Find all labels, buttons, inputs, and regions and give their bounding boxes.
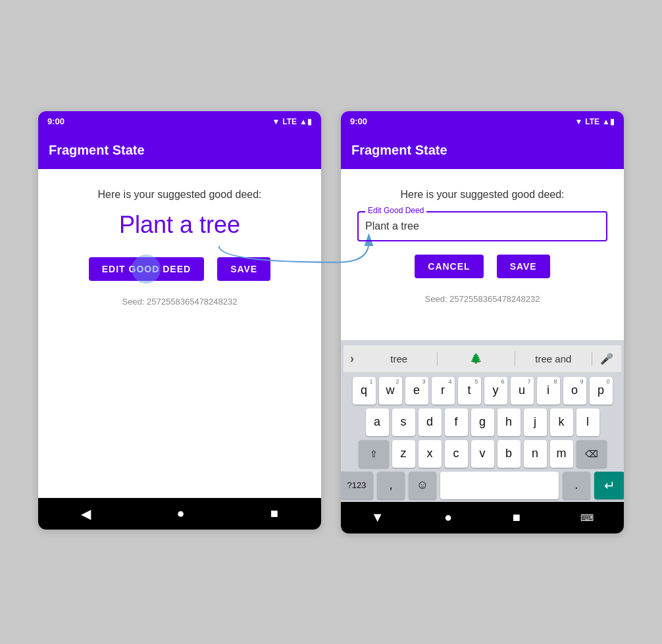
save-button-right[interactable]: SAVE — [497, 255, 550, 278]
button-row-left: EDIT GOOD DEED SAVE — [89, 257, 270, 281]
cancel-button[interactable]: CANCEL — [415, 255, 483, 278]
left-phone: 9:00 ▼ LTE ▲▮ Fragment State Here is you… — [38, 111, 321, 530]
key-h[interactable]: h — [497, 409, 521, 436]
status-icons-left: ▼ LTE ▲▮ — [272, 117, 312, 126]
key-e[interactable]: 3e — [405, 377, 428, 405]
nav-bar-left: ◀ ● ■ — [38, 498, 321, 530]
status-bar-left: 9:00 ▼ LTE ▲▮ — [38, 111, 321, 132]
save-button-left[interactable]: SAVE — [217, 257, 270, 281]
app-title-right: Fragment State — [351, 143, 447, 158]
bars-icon-left: ▲▮ — [299, 117, 312, 126]
content-right: Here is your suggested good deed: Edit G… — [341, 169, 624, 340]
edit-field-wrapper: Edit Good Deed — [357, 211, 607, 241]
key-row-3: ⇧ z x c v b n m ⌫ — [346, 440, 619, 468]
key-f[interactable]: f — [445, 409, 468, 436]
key-t[interactable]: 5t — [458, 377, 481, 405]
keyboard-rows: 1q 2w 3e 4r 5t 6y 7u 8i 9o 0p a s d f — [344, 377, 621, 499]
content-left: Here is your suggested good deed: Plant … — [38, 169, 321, 498]
key-u[interactable]: 7u — [511, 377, 534, 405]
home-nav-left[interactable]: ● — [176, 506, 184, 521]
home-nav-right[interactable]: ● — [444, 510, 452, 525]
suggest-word-1[interactable]: tree — [361, 352, 438, 366]
signal-icon-right: ▼ — [574, 117, 582, 126]
edit-good-deed-input[interactable] — [359, 212, 606, 240]
key-k[interactable]: k — [550, 409, 573, 436]
seed-label-left: Seed: 2572558365478248232 — [122, 297, 238, 307]
key-x[interactable]: x — [419, 440, 442, 468]
key-r[interactable]: 4r — [432, 377, 455, 405]
app-bar-left: Fragment State — [38, 132, 321, 169]
lte-label-right: LTE — [585, 117, 599, 126]
suggestion-label-right: Here is your suggested good deed: — [400, 189, 564, 201]
comma-key[interactable]: , — [377, 472, 405, 499]
key-s[interactable]: s — [392, 409, 415, 436]
nav-bar-right: ▼ ● ■ ⌨ — [341, 502, 624, 533]
bars-icon-right: ▲▮ — [602, 117, 615, 126]
key-o[interactable]: 9o — [563, 377, 586, 405]
key-m[interactable]: m — [550, 440, 573, 468]
button-row-right: CANCEL SAVE — [415, 255, 549, 278]
key-b[interactable]: b — [497, 440, 521, 468]
back-nav-left[interactable]: ◀ — [81, 506, 91, 522]
key-d[interactable]: d — [419, 409, 442, 436]
suggest-word-3[interactable]: tree and — [515, 352, 592, 366]
lte-label-left: LTE — [282, 117, 297, 126]
key-w[interactable]: 2w — [379, 377, 402, 405]
key-a[interactable]: a — [366, 409, 389, 436]
status-icons-right: ▼ LTE ▲▮ — [574, 117, 615, 126]
status-time-right: 9:00 — [350, 116, 367, 126]
key-i[interactable]: 8i — [537, 377, 560, 405]
suggest-word-2[interactable]: 🌲 — [438, 351, 515, 366]
app-title-left: Fragment State — [49, 143, 145, 158]
key-row-4: ?123 , ☺ . ↵ — [346, 472, 619, 499]
edit-field-label: Edit Good Deed — [365, 206, 426, 215]
key-j[interactable]: j — [524, 409, 547, 436]
keyboard-area: › tree 🌲 tree and 🎤 1q 2w 3e 4r 5t 6y 7u… — [341, 340, 624, 502]
key-q[interactable]: 1q — [353, 377, 376, 405]
microphone-icon[interactable]: 🎤 — [592, 350, 621, 368]
status-time-left: 9:00 — [47, 116, 64, 126]
seed-label-right: Seed: 2572558365478248232 — [425, 294, 540, 304]
dot-key[interactable]: . — [563, 472, 590, 499]
phones-container: 9:00 ▼ LTE ▲▮ Fragment State Here is you… — [38, 111, 624, 533]
status-bar-right: 9:00 ▼ LTE ▲▮ — [341, 111, 624, 132]
suggestions-bar: › tree 🌲 tree and 🎤 — [344, 345, 621, 373]
suggest-expand[interactable]: › — [344, 349, 361, 368]
key-v[interactable]: v — [471, 440, 494, 468]
backspace-key[interactable]: ⌫ — [576, 440, 607, 468]
recent-nav-left[interactable]: ■ — [270, 506, 278, 521]
signal-icon-left: ▼ — [272, 117, 280, 126]
space-key[interactable] — [440, 472, 559, 499]
app-bar-right: Fragment State — [341, 132, 624, 169]
suggestion-label-left: Here is your suggested good deed: — [97, 189, 261, 201]
edit-good-deed-button[interactable]: EDIT GOOD DEED — [89, 257, 204, 281]
back-nav-right[interactable]: ▼ — [371, 510, 384, 525]
enter-key[interactable]: ↵ — [594, 472, 624, 499]
key-z[interactable]: z — [392, 440, 415, 468]
shift-key[interactable]: ⇧ — [359, 440, 389, 468]
emoji-key[interactable]: ☺ — [409, 472, 436, 499]
key-c[interactable]: c — [445, 440, 468, 468]
symbols-key[interactable]: ?123 — [341, 472, 373, 499]
key-g[interactable]: g — [471, 409, 494, 436]
key-row-1: 1q 2w 3e 4r 5t 6y 7u 8i 9o 0p — [346, 377, 619, 405]
key-n[interactable]: n — [524, 440, 547, 468]
keyboard-nav-right[interactable]: ⌨ — [580, 512, 594, 523]
recent-nav-right[interactable]: ■ — [513, 510, 521, 525]
good-deed-text-left: Plant a tree — [119, 211, 240, 239]
right-phone: 9:00 ▼ LTE ▲▮ Fragment State Here is you… — [341, 111, 624, 533]
key-p[interactable]: 0p — [590, 377, 613, 405]
key-row-2: a s d f g h j k l — [346, 409, 619, 436]
key-y[interactable]: 6y — [484, 377, 507, 405]
key-l[interactable]: l — [576, 409, 599, 436]
